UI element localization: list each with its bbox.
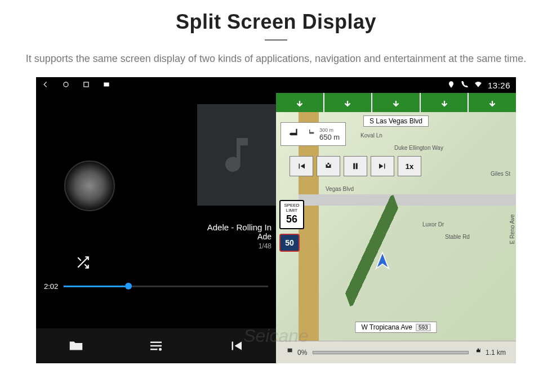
nav-prev-button[interactable] [290, 156, 313, 176]
music-bottom-bar [36, 328, 276, 363]
progress-percent: 0% [297, 349, 307, 357]
lane-arrow-4 [421, 93, 469, 112]
recents-icon[interactable] [82, 81, 90, 90]
page-title: Split Screen Display [0, 10, 552, 34]
seek-bar[interactable] [64, 286, 268, 287]
navigation-pane: Koval Ln Duke Ellington Way Giles St Veg… [276, 93, 516, 363]
road-label-vegas: Vegas Blvd [326, 186, 354, 192]
wifi-icon [474, 81, 482, 90]
clock-text: 13:26 [488, 81, 510, 90]
svg-rect-14 [477, 349, 478, 350]
turn-right-icon [306, 128, 316, 140]
svg-point-0 [64, 82, 68, 87]
svg-rect-15 [479, 349, 480, 350]
location-icon [447, 81, 455, 90]
music-pane: Adele - Rolling In Ade 1/48 2:02 [36, 93, 276, 363]
nav-flag-button[interactable] [317, 156, 340, 176]
turn-left-icon [287, 126, 302, 142]
route-shield: 50 [279, 234, 300, 252]
svg-rect-7 [328, 164, 330, 166]
map-footer: 0% 1.1 km [276, 341, 516, 363]
nav-speed-button[interactable]: 1x [398, 156, 421, 176]
track-title: Adele - Rolling In [207, 222, 271, 232]
bottom-street-badge: 593 [416, 324, 431, 331]
svg-rect-9 [356, 163, 358, 170]
track-counter: 1/48 [207, 242, 271, 250]
image-icon [103, 81, 110, 90]
lane-arrow-1 [276, 93, 324, 112]
svg-rect-6 [330, 163, 331, 164]
road-label-duke: Duke Ellington Way [394, 145, 443, 151]
previous-button[interactable] [196, 328, 276, 363]
shuffle-icon[interactable] [75, 255, 90, 272]
destination-flag-icon [474, 347, 483, 358]
road-label-reno: E Reno Ave [510, 215, 516, 244]
svg-rect-5 [326, 163, 328, 164]
progress-row: 2:02 [36, 282, 276, 291]
device-screenshot: 13:26 Adele - Rolling In Ade 1/48 2:02 [36, 77, 516, 363]
svg-rect-2 [104, 82, 109, 86]
speed-limit-sign: SPEED LIMIT 56 [279, 200, 304, 229]
speed-label: SPEED LIMIT [281, 203, 303, 213]
folder-button[interactable] [36, 328, 116, 363]
lane-arrow-5 [469, 93, 516, 112]
svg-rect-1 [84, 82, 88, 87]
playlist-button[interactable] [116, 328, 196, 363]
back-icon[interactable] [42, 81, 50, 90]
music-note-icon [214, 132, 259, 177]
lane-arrow-2 [324, 93, 373, 112]
speed-value: 56 [281, 213, 303, 225]
navigation-cursor [372, 251, 393, 274]
route-progress-bar [313, 351, 469, 354]
svg-point-3 [159, 348, 162, 351]
road-label-koval: Koval Ln [360, 132, 382, 139]
secondary-distance: 300 m [319, 127, 340, 133]
track-artist: Ade [207, 232, 271, 241]
volume-knob[interactable] [64, 161, 115, 211]
page-subtitle: It supports the same screen display of t… [0, 45, 552, 77]
svg-rect-8 [353, 163, 355, 170]
street-name-bottom: W Tropicana Ave 593 [355, 322, 437, 333]
home-icon[interactable] [62, 81, 70, 90]
android-statusbar: 13:26 [36, 77, 516, 93]
lane-guidance-bar [276, 93, 516, 112]
nav-pause-button[interactable] [344, 156, 367, 176]
playback-controls: 1x [290, 156, 421, 176]
road-label-luxor: Luxor Dr [422, 221, 444, 228]
road-label-giles: Giles St [491, 171, 510, 177]
remaining-distance: 1.1 km [486, 349, 506, 357]
svg-rect-12 [288, 349, 292, 353]
phone-icon [461, 81, 469, 90]
road-label-stable: Stable Rd [445, 234, 470, 240]
track-metadata: Adele - Rolling In Ade 1/48 [207, 222, 271, 250]
album-art-placeholder [197, 104, 276, 206]
lane-arrow-3 [372, 93, 421, 112]
title-underline [265, 39, 287, 41]
bottom-street-text: W Tropicana Ave [361, 323, 412, 331]
street-name-top: S Las Vegas Blvd [363, 115, 429, 127]
progress-flag-icon [286, 347, 295, 358]
turn-card: 300 m 650 m [281, 122, 346, 146]
turn-distance: 650 m [319, 133, 340, 141]
elapsed-time: 2:02 [44, 282, 58, 291]
nav-next-button[interactable] [371, 156, 394, 176]
